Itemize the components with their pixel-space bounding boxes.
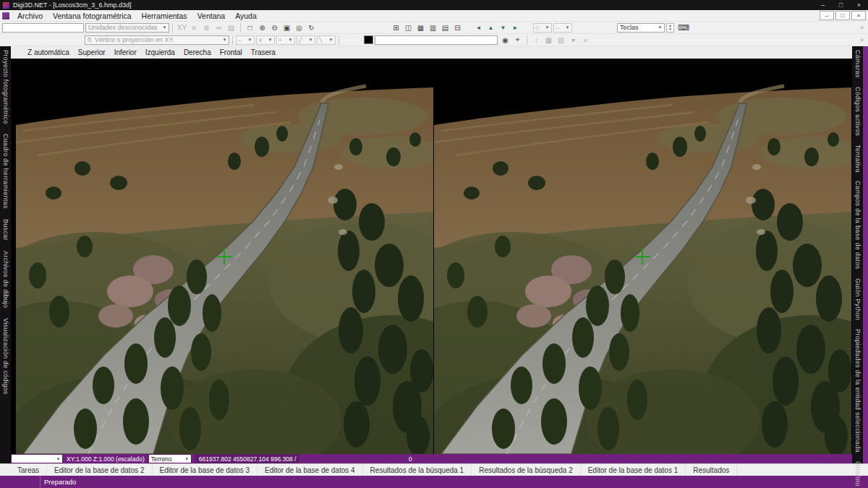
chevron-down-icon: ▼ (183, 457, 191, 461)
menu-item[interactable]: Herramientas (137, 10, 192, 21)
output-panel-tab[interactable]: Resultados de la búsqueda 1 (363, 464, 472, 476)
zoom-out-icon[interactable]: ⊖ (268, 22, 281, 33)
pan-right-icon[interactable]: ► (509, 22, 522, 33)
chevron-down-icon: ▼ (307, 38, 315, 42)
output-panel-tab[interactable]: Resultados de la búsqueda 2 (472, 464, 581, 476)
toolbar-overflow-icon[interactable]: » (860, 24, 866, 31)
toolbar-separator (527, 35, 527, 45)
table-icon[interactable]: ▥ (555, 35, 567, 46)
pan-up-icon[interactable]: ▲ (485, 22, 497, 33)
right-dock-tab[interactable]: Ortofoto estereoscópica (854, 461, 861, 488)
keys-spinner[interactable]: ▲▼ (666, 23, 674, 33)
line-width-icon[interactable]: ═ (213, 22, 225, 33)
menu-item[interactable]: Archivo (12, 10, 48, 21)
left-dock-tab[interactable]: Archivos de dibujo (2, 251, 9, 308)
left-dock-tab[interactable]: Cuadro de herramientas (2, 134, 9, 209)
command-dropdown[interactable]: 0. Vértice o proyección en XY.▼ (85, 35, 229, 45)
pan-down-icon[interactable]: ▼ (497, 22, 509, 33)
application-statusbar: Preparado (0, 476, 868, 488)
entity-count: 0 (409, 454, 412, 463)
pan-left-icon[interactable]: ◄ (472, 22, 485, 33)
output-panel-tab[interactable]: Editor de la base de datos 2 (47, 464, 153, 476)
line-style-icon[interactable]: ≣ (200, 22, 213, 33)
right-dock-tab[interactable]: Propiedades de la entidad seleccionada (854, 329, 861, 453)
menu-item[interactable]: Ayuda (230, 10, 262, 21)
toolbar-commands: 0. Vértice o proyección en XY.▼ –▼∨▼+▼╱▼… (0, 34, 868, 46)
left-dock-tab[interactable]: Buscar (2, 219, 9, 241)
child-restore-button[interactable]: □ (835, 11, 850, 20)
active-layer-dropdown[interactable]: ▼ (11, 454, 63, 463)
view-orientation-tab[interactable]: Izquierda (142, 48, 179, 56)
tile-views-icon[interactable]: ▦ (414, 22, 427, 33)
keys-dropdown[interactable]: Teclas▼ (617, 23, 665, 33)
window-controls: –□× (814, 0, 868, 10)
zoom-in-icon[interactable]: ⊕ (256, 22, 268, 33)
child-close-button[interactable]: × (851, 11, 866, 20)
output-panel-tab[interactable]: Tareas (10, 464, 47, 476)
drawing-statusbar: ▼ XY:1.000 Z:1.000 (escalado) Terreno▼ 6… (11, 454, 852, 463)
drawing-color-swatch[interactable] (364, 35, 373, 44)
view-orientation-tab[interactable]: Frontal (216, 48, 246, 56)
zoom-window-icon[interactable]: ▣ (281, 22, 293, 33)
snap-intersection-dropdown[interactable]: +▼ (276, 35, 295, 45)
output-panel-tab[interactable]: Resultados (686, 464, 737, 476)
refresh-view-icon[interactable]: ↻ (305, 22, 318, 33)
chevron-down-icon: ▼ (54, 457, 62, 461)
snap-line-dropdown[interactable]: ╱▼ (297, 35, 315, 45)
codes-list-icon[interactable]: ▤ (225, 22, 237, 33)
filter-dropdown-icon[interactable]: ▾ (567, 35, 579, 46)
more-tools-icon[interactable]: » (579, 35, 592, 46)
minimize-button[interactable]: – (814, 0, 832, 10)
snap-none-dropdown[interactable]: –▼ (236, 35, 255, 45)
toolbar-overflow-icon[interactable]: » (860, 36, 866, 43)
snap-vertex-dropdown[interactable]: ∨▼ (256, 35, 275, 45)
goto-point-icon[interactable]: ⌖ (511, 35, 524, 46)
stereo-view-right[interactable] (434, 59, 851, 454)
left-dock-tab[interactable]: Visualización de códigos (2, 318, 9, 395)
left-dock-tab[interactable]: Proyecto fotogramétrico (2, 50, 9, 124)
stereo-view-left[interactable] (16, 59, 433, 454)
snap-perpendicular-dropdown[interactable]: ╲▼ (317, 35, 336, 45)
select-tool-icon[interactable]: □ (244, 22, 256, 33)
window-title: Digi3D.NET - [Loscos3cm_3_6.hmp.d3d] (13, 1, 131, 9)
menu-item[interactable]: Ventana fotogramétrica (48, 10, 137, 21)
view-orientation-tab[interactable]: Trasera (247, 48, 279, 56)
parallel-line-icon[interactable]: ≡ (188, 22, 200, 33)
view-orientation-tab[interactable]: Inferior (111, 48, 140, 56)
right-dock-tab[interactable]: Cámaras (854, 50, 861, 78)
view-orientation-tab[interactable]: Z automática (24, 48, 73, 56)
grid-icon[interactable]: ▦ (542, 35, 555, 46)
menu-item[interactable]: Ventana (192, 10, 231, 21)
output-panel-tab[interactable]: Editor de la base de datos 1 (581, 464, 686, 476)
right-dock-tab[interactable]: Códigos activos (854, 87, 861, 136)
insert-mode-dropdown[interactable]: ◇▼ (533, 23, 552, 33)
close-button[interactable]: × (850, 0, 868, 10)
right-dock-tab[interactable]: Tentativa (854, 145, 861, 173)
main-area: Proyecto fotogramétricoCuadro de herrami… (0, 46, 868, 463)
right-dock-tab[interactable]: Guión Python (854, 278, 861, 320)
document-icon[interactable] (2, 12, 9, 20)
output-panel-tab[interactable]: Editor de la base de datos 3 (153, 464, 258, 476)
find-icon[interactable]: ◉ (499, 35, 511, 46)
cascade-views-icon[interactable]: ▥ (427, 22, 439, 33)
reference-dropdown[interactable]: –▼ (553, 23, 572, 33)
output-panel-tab[interactable]: Editor de la base de datos 4 (258, 464, 363, 476)
view-orientation-tab[interactable]: Derecha (180, 48, 215, 56)
entity-name-input[interactable] (2, 23, 84, 33)
xy-mode-icon[interactable]: XY (176, 22, 188, 33)
vertical-reference-icon[interactable]: ↕ (530, 35, 542, 46)
terrain-mode-dropdown[interactable]: Terreno▼ (148, 454, 192, 463)
maximize-button[interactable]: □ (832, 0, 850, 10)
keyboard-icon[interactable]: ⌨ (678, 23, 689, 33)
units-dropdown[interactable]: Unidades desconocidas▼ (85, 23, 169, 33)
zoom-extents-icon[interactable]: ◎ (293, 22, 305, 33)
close-views-icon[interactable]: ⊟ (451, 22, 464, 33)
view-orientation-tab[interactable]: Superior (75, 48, 109, 56)
right-dock-tab[interactable]: Campos de la base de datos (854, 181, 861, 269)
split-vertical-view-icon[interactable]: ◫ (402, 22, 414, 33)
child-minimize-button[interactable]: – (820, 11, 834, 20)
code-search-input[interactable] (375, 35, 498, 45)
rows-view-icon[interactable]: ▤ (439, 22, 451, 33)
stereo-viewports (11, 59, 852, 454)
tile-grid-view-icon[interactable]: ⊞ (390, 22, 402, 33)
